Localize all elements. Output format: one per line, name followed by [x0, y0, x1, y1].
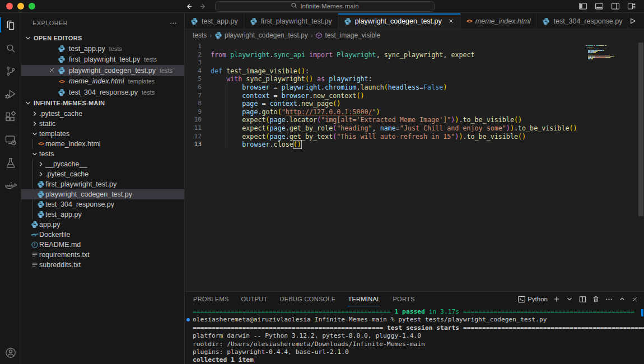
- layout-sidebar-right-icon[interactable]: [611, 2, 620, 11]
- code-line-content: expect(page.locator("img[alt='Extracted …: [211, 116, 522, 124]
- code-line-content: page.goto("http://127.0.0.1:5000/"): [211, 108, 380, 116]
- open-editor-label: test_304_response.py: [69, 88, 138, 96]
- activity-bar-source-control[interactable]: [0, 59, 21, 82]
- line-number: 9: [185, 108, 211, 116]
- tab-test-304-response-py[interactable]: test_304_response.py: [536, 13, 628, 29]
- plus-icon[interactable]: [553, 295, 561, 303]
- activity-bar-testing[interactable]: [0, 151, 21, 174]
- minimap[interactable]: [586, 44, 625, 59]
- activity-bar-accounts[interactable]: [0, 341, 21, 364]
- close-icon[interactable]: [631, 296, 638, 303]
- panel-tab-problems[interactable]: PROBLEMS: [193, 292, 229, 306]
- back-icon[interactable]: [185, 2, 193, 11]
- project-root-header[interactable]: INFINITE-MEMES-MAIN: [21, 98, 184, 109]
- python-icon: [250, 17, 258, 25]
- open-editor-item[interactable]: <>meme_index.htmltemplates: [21, 76, 184, 87]
- tree-folder--pycache-[interactable]: __pycache__: [21, 159, 184, 169]
- tree-folder-tests[interactable]: tests: [21, 149, 184, 159]
- tree-file-app-py[interactable]: app.py: [21, 220, 184, 230]
- open-editor-description: templates: [128, 78, 155, 85]
- tree-item-label: meme_index.html: [45, 140, 101, 148]
- split-editor-icon[interactable]: [578, 295, 587, 304]
- activity-bar-extensions[interactable]: [0, 105, 21, 128]
- code-line: 12 expect(page.get_by_text("This will au…: [185, 133, 644, 141]
- breadcrumb-item[interactable]: playwright_codegen_test.py: [214, 31, 308, 39]
- zoom-window-button[interactable]: [29, 3, 35, 10]
- docker-file-icon: [31, 231, 39, 239]
- file-icon-slot: [36, 211, 45, 218]
- open-editor-item[interactable]: first_playwright_test.pytests: [21, 54, 184, 66]
- panel-tab-ports[interactable]: PORTS: [393, 292, 414, 306]
- terminal-command-decoration[interactable]: [186, 318, 190, 321]
- line-number: 1: [185, 43, 211, 51]
- layout-sidebar-left-icon[interactable]: [578, 2, 587, 11]
- tab-first-playwright-test-py[interactable]: first_playwright_test.py: [244, 13, 338, 29]
- run-icon[interactable]: [628, 17, 637, 25]
- panel-tab-debug-console[interactable]: DEBUG CONSOLE: [280, 292, 336, 306]
- layout-customize-icon[interactable]: [627, 2, 636, 11]
- tree-file-subreddits-txt[interactable]: subreddits.txt: [21, 260, 184, 270]
- line-number: 2: [185, 51, 211, 59]
- macos-traffic-lights[interactable]: [0, 3, 185, 10]
- close-editor-icon[interactable]: [47, 67, 56, 74]
- activity-bar-search[interactable]: [0, 36, 21, 59]
- chevron-down-icon[interactable]: [566, 295, 573, 303]
- tab-meme-index-html[interactable]: <>meme_index.html: [461, 13, 537, 29]
- breadcrumb-item[interactable]: tests: [193, 31, 207, 39]
- tree-file-readme-md[interactable]: README.md: [21, 240, 184, 250]
- tree-folder-static[interactable]: static: [21, 119, 184, 129]
- activity-bar-remote-explorer[interactable]: [0, 128, 21, 151]
- forward-icon[interactable]: [199, 2, 207, 11]
- tree-file-dockerfile[interactable]: Dockerfile: [21, 230, 184, 240]
- close-window-button[interactable]: [6, 3, 13, 10]
- chevron-up-icon[interactable]: [618, 295, 626, 303]
- ellipsis-icon[interactable]: [605, 295, 613, 304]
- open-editor-item[interactable]: test_app.pytests: [21, 43, 184, 54]
- tree-folder--pytest-cache[interactable]: .pytest_cache: [21, 109, 184, 119]
- open-editor-item[interactable]: test_304_response.pytests: [21, 87, 184, 98]
- code-line-content: def test_image_visible():: [211, 67, 309, 76]
- file-icon-slot: [30, 261, 39, 269]
- tree-file-playwright-codegen-test-py[interactable]: playwright_codegen_test.py: [21, 189, 184, 199]
- activity-bar-explorer[interactable]: [0, 13, 21, 36]
- code-editor[interactable]: 12from playwright.sync_api import Playwr…: [185, 41, 644, 291]
- close-tab-icon[interactable]: [447, 17, 455, 25]
- terminal-profile-label: Python: [528, 296, 548, 302]
- file-icon-slot: <>: [36, 141, 45, 147]
- terminal-profile-icon: [517, 295, 526, 304]
- editor-scrollbar[interactable]: [638, 43, 643, 216]
- tab-playwright-codegen-test-py[interactable]: playwright_codegen_test.py: [338, 13, 461, 29]
- layout-panel-icon[interactable]: [595, 2, 604, 11]
- activity-bar-docker[interactable]: [0, 174, 21, 197]
- indent-guide: [227, 75, 227, 148]
- breadcrumbs: tests›playwright_codegen_test.py›test_im…: [185, 29, 644, 41]
- tree-folder-templates[interactable]: templates: [21, 129, 184, 139]
- panel-tab-terminal[interactable]: TERMINAL: [348, 292, 380, 306]
- terminal-profile[interactable]: Python: [517, 295, 548, 304]
- open-editor-item[interactable]: playwright_codegen_test.pytests: [21, 65, 184, 76]
- command-center-search[interactable]: Infinite-Memes-main: [215, 1, 435, 12]
- activity-bar-run-and-debug[interactable]: [0, 82, 21, 105]
- breadcrumb-item[interactable]: test_image_visible: [315, 31, 380, 39]
- tree-file-test-304-response-py[interactable]: test_304_response.py: [21, 199, 184, 209]
- tree-file-requirements-txt[interactable]: requirements.txt: [21, 250, 184, 260]
- panel-tab-output[interactable]: OUTPUT: [241, 292, 268, 306]
- open-editors-header[interactable]: OPEN EDITORS: [21, 32, 184, 43]
- testing-icon: [4, 156, 17, 170]
- tree-folder--pytest-cache[interactable]: .pytest_cache: [21, 169, 184, 179]
- explorer-more-actions-icon[interactable]: [169, 19, 178, 27]
- terminal-line: collected 1 item: [193, 356, 644, 364]
- trash-icon[interactable]: [592, 295, 600, 303]
- tree-file-test-app-py[interactable]: test_app.py: [21, 209, 184, 220]
- breadcrumb-separator: ›: [310, 32, 314, 39]
- docker-icon: [4, 179, 17, 193]
- tab-test-app-py[interactable]: test_app.py: [185, 13, 244, 29]
- python-icon: [37, 200, 45, 208]
- python-icon: [58, 88, 66, 96]
- terminal-output[interactable]: ========================================…: [185, 306, 644, 364]
- tree-file-meme-index-html[interactable]: <>meme_index.html: [21, 139, 184, 149]
- open-editor-label: first_playwright_test.py: [69, 55, 140, 63]
- tree-item-label: first_playwright_test.py: [45, 180, 116, 188]
- tree-file-first-playwright-test-py[interactable]: first_playwright_test.py: [21, 179, 184, 189]
- minimize-window-button[interactable]: [17, 3, 24, 10]
